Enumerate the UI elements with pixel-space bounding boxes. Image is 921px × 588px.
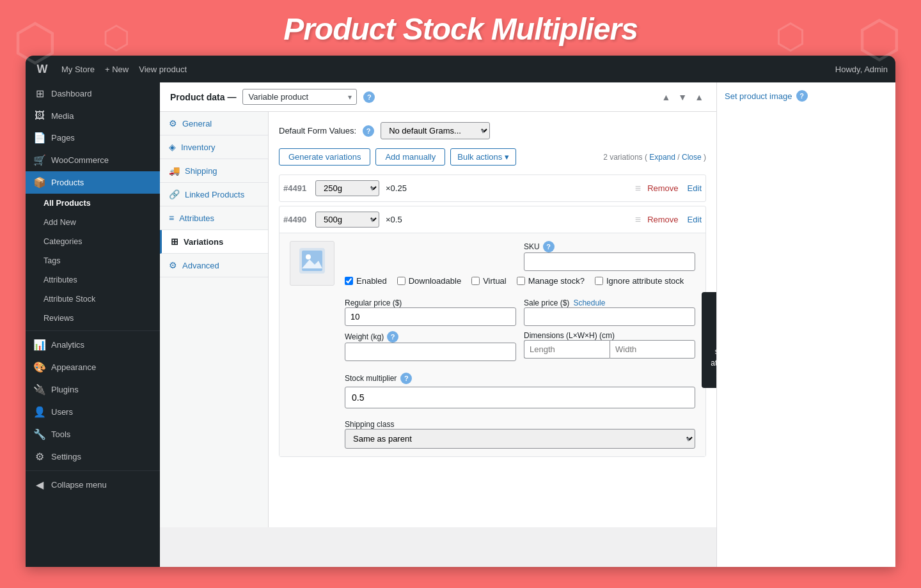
arrow-down-icon[interactable]: ▼	[675, 91, 689, 104]
enabled-checkbox[interactable]	[345, 277, 353, 285]
sku-input[interactable]	[524, 252, 695, 271]
sidebar-label-tags: Tags	[43, 256, 60, 265]
arrow-up-icon[interactable]: ▲	[659, 91, 673, 104]
sidebar-item-add-new[interactable]: Add New	[26, 213, 160, 232]
weight-help-icon[interactable]: ?	[387, 331, 398, 343]
product-data-header: Product data — Variable product Simple p…	[160, 82, 716, 112]
regular-price-input[interactable]	[345, 307, 516, 326]
plus-icon: +	[105, 65, 110, 74]
add-manually-button[interactable]: Add manually	[375, 148, 445, 166]
product-data-body: ⚙ General ◈ Inventory 🚚 Shipping 🔗	[160, 112, 716, 527]
default-form-select-wrapper: No default Grams...	[381, 122, 490, 139]
width-input[interactable]	[610, 340, 695, 359]
weight-input[interactable]	[345, 343, 516, 361]
variation-4490-drag-handle[interactable]: ≡	[635, 214, 641, 226]
stock-multiplier-label: Stock multiplier	[345, 374, 397, 383]
variation-4490-edit-link[interactable]: Edit	[688, 215, 702, 224]
tab-variations-label: Variations	[184, 237, 223, 247]
sidebar-label-categories: Categories	[43, 237, 82, 246]
length-input[interactable]	[524, 340, 610, 359]
general-tab-icon: ⚙	[169, 118, 177, 128]
sidebar-item-woocommerce[interactable]: 🛒 WooCommerce	[26, 149, 160, 171]
set-product-image-link[interactable]: Set product image	[725, 91, 792, 101]
ignore-attribute-stock-checkbox[interactable]	[595, 277, 603, 285]
sidebar-item-settings[interactable]: ⚙ Settings	[26, 445, 160, 468]
tab-advanced[interactable]: ⚙ Advanced	[160, 254, 268, 277]
sidebar-item-categories[interactable]: Categories	[26, 232, 160, 251]
variation-4491-remove-link[interactable]: Remove	[647, 183, 678, 193]
shipping-class-select[interactable]: Same as parent	[345, 429, 695, 449]
manage-stock-checkbox[interactable]	[517, 277, 525, 285]
right-sidebar: Set product image ?	[716, 82, 895, 567]
manage-stock-checkbox-item[interactable]: Manage stock?	[517, 276, 585, 286]
tab-inventory[interactable]: ◈ Inventory	[160, 135, 268, 159]
my-store-link[interactable]: My Store	[61, 65, 95, 74]
default-form-help-icon[interactable]: ?	[363, 125, 374, 137]
variation-4491-select[interactable]: 250g	[315, 180, 379, 196]
shipping-class-select-wrapper: Same as parent	[345, 429, 695, 449]
sale-price-input[interactable]	[524, 307, 695, 326]
tab-linked-products[interactable]: 🔗 Linked Products	[160, 183, 268, 206]
virtual-checkbox[interactable]	[471, 277, 480, 285]
variation-4490-select[interactable]: 500g	[315, 212, 379, 228]
tab-attributes-label: Attributes	[179, 213, 214, 223]
downloadable-checkbox-item[interactable]: Downloadable	[397, 276, 461, 286]
variation-image-area[interactable]	[290, 241, 335, 286]
product-data-section: Product data — Variable product Simple p…	[160, 82, 716, 527]
product-image-help-icon[interactable]: ?	[796, 90, 808, 102]
virtual-checkbox-item[interactable]: Virtual	[471, 276, 507, 286]
sidebar-item-tags[interactable]: Tags	[26, 251, 160, 270]
stock-multiplier-input[interactable]	[345, 387, 695, 408]
variation-4491-drag-handle[interactable]: ≡	[635, 183, 641, 194]
sidebar-item-reviews[interactable]: Reviews	[26, 309, 160, 328]
close-link[interactable]: Close	[682, 153, 702, 162]
inventory-tab-icon: ◈	[169, 142, 176, 152]
ignore-attribute-stock-checkbox-item[interactable]: Ignore attribute stock	[595, 276, 684, 286]
enabled-checkbox-item[interactable]: Enabled	[345, 276, 387, 286]
sku-help-icon[interactable]: ?	[543, 241, 555, 252]
sidebar-label-dashboard: Dashboard	[51, 89, 92, 98]
arrow-collapse-icon[interactable]: ▲	[692, 91, 706, 104]
stock-multiplier-help-icon[interactable]: ?	[400, 373, 412, 384]
sidebar-item-appearance[interactable]: 🎨 Appearance	[26, 356, 160, 378]
variation-4491-edit-link[interactable]: Edit	[688, 183, 702, 193]
product-type-help-icon[interactable]: ?	[363, 91, 375, 103]
sidebar-item-analytics[interactable]: 📊 Analytics	[26, 334, 160, 356]
tab-variations[interactable]: ⊞ Variations	[160, 230, 268, 254]
sidebar-item-dashboard[interactable]: ⊞ Dashboard	[26, 82, 160, 105]
sidebar-item-users[interactable]: 👤 Users	[26, 401, 160, 423]
sidebar-item-plugins[interactable]: 🔌 Plugins	[26, 378, 160, 401]
default-form-select[interactable]: No default Grams...	[381, 122, 490, 139]
sidebar-item-media[interactable]: 🖼 Media	[26, 105, 160, 127]
bulk-actions-button[interactable]: Bulk actions ▾	[450, 148, 516, 166]
sidebar-item-pages[interactable]: 📄 Pages	[26, 127, 160, 149]
generate-variations-button[interactable]: Generate variations	[279, 148, 370, 166]
sidebar-item-products[interactable]: 📦 Products	[26, 171, 160, 194]
wp-logo[interactable]: W	[33, 60, 51, 78]
tab-shipping[interactable]: 🚚 Shipping	[160, 159, 268, 183]
sidebar-item-attribute-stock[interactable]: Attribute Stock	[26, 290, 160, 309]
sidebar-item-attributes[interactable]: Attributes	[26, 270, 160, 290]
tab-attributes[interactable]: ≡ Attributes	[160, 206, 268, 230]
sidebar-label-collapse: Collapse menu	[51, 480, 107, 490]
sidebar-label-users: Users	[51, 407, 73, 417]
dimensions-group: Dimensions (L×W×H) (cm)	[524, 331, 695, 361]
product-type-select[interactable]: Variable product Simple product Grouped …	[242, 89, 357, 105]
view-product-link[interactable]: View product	[139, 65, 187, 74]
variation-4490-remove-link[interactable]: Remove	[647, 215, 678, 224]
variation-4491-select-wrapper: 250g	[315, 180, 379, 196]
admin-bar-left: W My Store + New View product	[33, 60, 835, 78]
downloadable-checkbox[interactable]	[397, 277, 405, 285]
sidebar-item-all-products[interactable]: All Products	[26, 194, 160, 213]
tab-shipping-label: Shipping	[185, 166, 217, 176]
tab-inventory-label: Inventory	[181, 143, 215, 152]
schedule-link[interactable]: Schedule	[573, 298, 605, 307]
new-link[interactable]: + New	[105, 65, 129, 74]
settings-icon: ⚙	[33, 451, 46, 463]
plugins-icon: 🔌	[33, 383, 46, 396]
bulk-actions-label: Bulk actions	[457, 152, 502, 162]
tab-general[interactable]: ⚙ General	[160, 112, 268, 135]
sidebar-item-collapse[interactable]: ◀ Collapse menu	[26, 474, 160, 496]
sidebar-item-tools[interactable]: 🔧 Tools	[26, 423, 160, 445]
expand-link[interactable]: Expand	[649, 153, 675, 162]
